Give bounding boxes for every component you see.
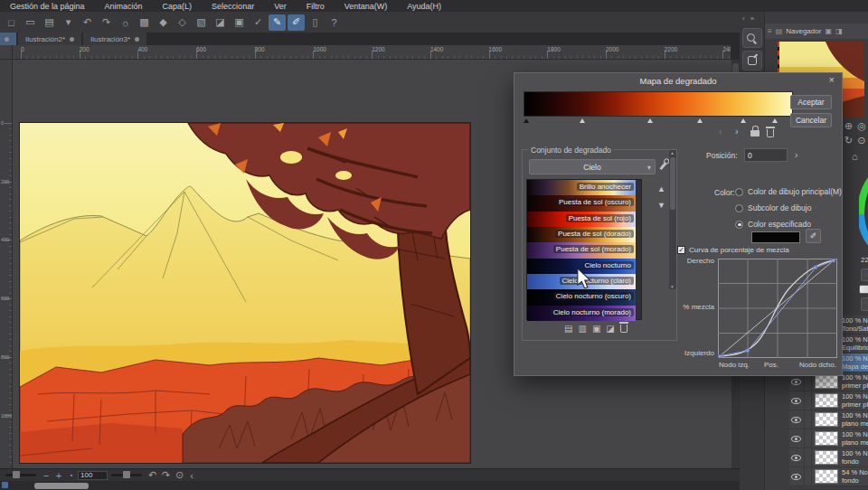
fit-icon[interactable]: ◎ <box>857 120 866 132</box>
checkbox-checked-icon[interactable]: ✓ <box>677 246 685 254</box>
rotation-slider[interactable] <box>111 474 142 476</box>
layer-thumbnail[interactable] <box>815 374 838 389</box>
toolbar-icon[interactable]: ◇ <box>174 14 191 31</box>
visibility-eye-icon[interactable] <box>791 436 801 442</box>
collapse-icon[interactable]: ‹ <box>742 14 745 23</box>
tab-modified-dot[interactable] <box>70 37 74 42</box>
preset-list-scrollbar[interactable]: ▲ ▼ <box>669 150 676 289</box>
edit-panel-button[interactable] <box>742 51 762 71</box>
prev-node-button[interactable]: ‹ <box>719 126 722 137</box>
panel-extra-icon-1[interactable]: ▣ <box>825 27 832 35</box>
move-preset-up-button[interactable]: ▲ <box>655 183 668 195</box>
toolbar-icon[interactable]: ✓ <box>250 14 267 31</box>
expand-icon[interactable]: » <box>750 14 754 23</box>
toolbar-icon[interactable]: ▣ <box>231 14 248 31</box>
menu-item[interactable]: Ver <box>264 2 297 11</box>
layer-row[interactable]: 100 % Normal plano medio <box>789 410 868 429</box>
toolbar-icon[interactable]: ▧ <box>193 14 210 31</box>
blend-mode-icon[interactable] <box>861 297 868 311</box>
gradient-preview-bar[interactable] <box>524 91 793 117</box>
toolbar-icon[interactable]: ▯ <box>307 14 324 31</box>
position-stepper-icon[interactable]: › <box>795 150 797 160</box>
menu-item[interactable]: Ayuda(H) <box>397 2 451 11</box>
gradient-preset-row[interactable]: Puesta de sol (dorado) <box>527 227 636 242</box>
toolbar-icon[interactable]: ▾ <box>60 14 77 31</box>
navigator-title[interactable]: Navegador <box>786 27 821 35</box>
move-preset-down-button[interactable]: ▼ <box>655 199 668 212</box>
color-wheel[interactable] <box>859 167 868 255</box>
panel-menu-icon[interactable]: ≡ <box>768 27 772 35</box>
layer-thumbnail[interactable] <box>815 412 838 427</box>
layer-thumbnail[interactable] <box>815 393 838 408</box>
layer-row[interactable]: 54 % Normal fondo <box>789 467 868 486</box>
radio-icon-selected[interactable] <box>735 221 743 229</box>
wrench-icon[interactable] <box>659 162 666 170</box>
gradient-node[interactable] <box>741 118 746 123</box>
document-tab[interactable]: Ilustración1* <box>0 33 16 45</box>
toolbar-icon[interactable]: ☼ <box>117 14 134 31</box>
gradient-preset-row[interactable]: Puesta de sol (rojo) <box>527 212 636 227</box>
gradient-node[interactable] <box>697 118 703 123</box>
menu-item[interactable]: Seleccionar <box>202 2 264 11</box>
gradient-node[interactable] <box>772 118 778 123</box>
radio-sub-color[interactable]: Subcolor de dibujo <box>735 203 811 212</box>
layer-thumbnail[interactable] <box>815 431 838 446</box>
visibility-eye-icon[interactable] <box>791 455 801 461</box>
cancel-button[interactable]: Cancelar <box>790 113 832 127</box>
eyedropper-button[interactable]: ✐ <box>806 229 821 243</box>
reset-rotate-icon[interactable]: ⊙ <box>857 135 865 146</box>
tab-modified-dot[interactable] <box>5 37 9 42</box>
duplicate-set-icon[interactable]: ▣ <box>592 324 600 334</box>
toolbar-icon[interactable]: ↷ <box>98 14 115 31</box>
layer-row[interactable]: 100 % Normal plano medio <box>789 429 868 448</box>
layer-thumbnail[interactable] <box>815 469 838 484</box>
scroll-down-icon[interactable]: ▼ <box>670 284 675 289</box>
gradient-set-dropdown[interactable]: Cielo ▾ <box>529 159 656 174</box>
subview-button[interactable] <box>742 28 762 48</box>
menu-item[interactable]: Animación <box>95 2 153 11</box>
gradient-preset-row[interactable]: Cielo nocturno (morado) <box>527 306 636 321</box>
gradient-preset-row[interactable]: Cielo nocturno (oscuro) <box>527 289 636 305</box>
export-set-icon[interactable]: ▥ <box>578 324 586 334</box>
layer-thumbnail[interactable] <box>815 450 838 465</box>
layer-row[interactable]: 100 % Normal primer plano <box>789 391 868 410</box>
delete-node-trash-icon[interactable] <box>767 129 774 137</box>
toolbar-icon[interactable]: ▤ <box>41 14 58 31</box>
gradient-preset-row[interactable]: Brillo anochecer <box>527 180 636 195</box>
rotate-icon[interactable]: ↻ <box>844 135 853 146</box>
position-field[interactable]: 0 <box>744 148 788 162</box>
toolbar-icon[interactable]: ▭ <box>22 14 39 31</box>
gradient-node-selected[interactable] <box>524 118 529 123</box>
specified-color-swatch[interactable] <box>751 231 800 243</box>
document-tab[interactable]: Ilustración3* <box>83 33 146 45</box>
gradient-preset-row[interactable]: Puesta de sol (oscuro) <box>527 195 636 211</box>
menu-item[interactable]: Filtro <box>297 2 335 11</box>
home-icon[interactable]: ⌂ <box>852 151 858 162</box>
app-taskbar-icon[interactable] <box>2 482 8 488</box>
radio-specified-color[interactable]: Color especificado <box>735 220 811 229</box>
radio-main-color[interactable]: Color de dibujo principal(M) <box>735 187 842 196</box>
layer-row[interactable]: 100 % Normal fondo <box>789 448 868 467</box>
scroll-thumb[interactable] <box>670 157 675 210</box>
toolbar-icon[interactable]: ↶ <box>79 14 96 31</box>
mix-percentage-curve[interactable] <box>718 259 837 358</box>
toolbar-icon[interactable]: □ <box>3 14 20 31</box>
zoom-in-icon[interactable]: ⊕ <box>844 120 853 132</box>
zoom-slider[interactable] <box>5 474 36 476</box>
toolbar-icon[interactable]: ✎ <box>269 14 286 31</box>
toolbar-icon[interactable]: ◪ <box>212 14 229 31</box>
delete-preset-trash-icon[interactable] <box>620 325 627 333</box>
tool-icon[interactable] <box>861 269 868 281</box>
mix-curve-checkbox-row[interactable]: ✓ Curva de porcentaje de mezcla <box>677 246 789 254</box>
toolbar-icon[interactable]: ◆ <box>155 14 172 31</box>
menu-item[interactable]: Ventana(W) <box>335 2 398 11</box>
scroll-up-icon[interactable]: ▲ <box>670 150 675 155</box>
artwork-canvas[interactable] <box>20 123 470 463</box>
replace-set-icon[interactable]: ◪ <box>606 324 614 334</box>
gradient-node[interactable] <box>647 118 653 123</box>
menu-item[interactable]: Gestión de la página <box>0 2 95 11</box>
toolbar-icon[interactable]: ▩ <box>136 14 153 31</box>
gradient-node[interactable] <box>580 118 585 123</box>
visibility-eye-icon[interactable] <box>791 398 801 404</box>
document-tab[interactable]: Ilustración2* <box>18 33 81 45</box>
